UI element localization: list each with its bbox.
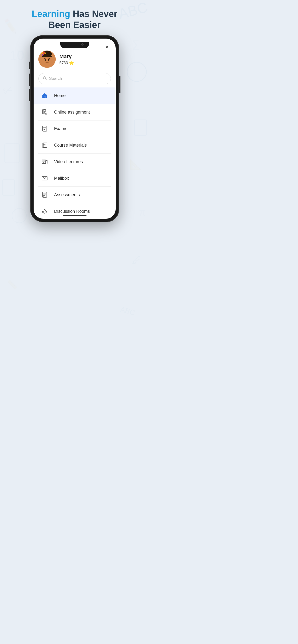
- menu-list: Home Online assignment Exams Course Mate…: [34, 88, 116, 219]
- menu-label-discussion-rooms: Discussion Rooms: [54, 209, 90, 214]
- svg-rect-12: [3, 180, 14, 195]
- menu-item-discussion-rooms[interactable]: Discussion Rooms: [34, 203, 116, 219]
- menu-item-exams[interactable]: Exams: [34, 120, 116, 137]
- search-placeholder[interactable]: Search: [49, 76, 62, 81]
- svg-text:π: π: [139, 207, 146, 218]
- phone-frame: ×: [30, 35, 119, 222]
- search-bar[interactable]: Search: [38, 73, 111, 84]
- svg-point-22: [44, 52, 46, 54]
- svg-point-27: [45, 59, 46, 60]
- svg-point-5: [12, 208, 26, 223]
- svg-point-23: [42, 54, 43, 56]
- exams-icon: [40, 124, 49, 133]
- svg-line-68: [45, 211, 46, 212]
- svg-point-25: [45, 59, 46, 60]
- svg-rect-3: [5, 144, 19, 163]
- menu-label-exams: Exams: [54, 126, 67, 131]
- menu-item-video-lectures[interactable]: Video Lectures: [34, 154, 116, 170]
- svg-point-71: [44, 213, 45, 214]
- svg-point-2: [127, 62, 146, 82]
- svg-line-67: [43, 211, 44, 212]
- phone-screen: ×: [34, 38, 116, 219]
- svg-point-20: [41, 52, 43, 54]
- materials-icon: [40, 141, 49, 150]
- discussion-icon: [40, 207, 49, 216]
- profile-stars: 5733 ⭐: [60, 60, 74, 65]
- menu-item-mailbox[interactable]: Mailbox: [34, 170, 116, 186]
- video-icon: [40, 158, 49, 166]
- avatar: [38, 50, 56, 68]
- svg-text:🖊: 🖊: [132, 255, 141, 266]
- menu-label-video-lectures: Video Lectures: [54, 159, 83, 164]
- svg-line-33: [45, 79, 46, 80]
- assignment-icon: [40, 108, 49, 116]
- svg-rect-54: [42, 160, 46, 161]
- heading-area: Learning Has Never Been Easier: [32, 0, 117, 35]
- svg-point-29: [47, 60, 48, 61]
- close-button[interactable]: ×: [103, 43, 111, 51]
- svg-rect-31: [42, 56, 52, 57]
- home-indicator: [63, 216, 87, 216]
- svg-point-28: [49, 59, 49, 60]
- volume-up-button: [29, 74, 30, 86]
- menu-label-mailbox: Mailbox: [54, 176, 69, 181]
- svg-text:ABC: ABC: [119, 305, 136, 317]
- heading-highlight: Learning: [32, 9, 70, 19]
- svg-rect-30: [46, 64, 49, 68]
- svg-marker-56: [46, 160, 47, 164]
- profile-name: Mary: [60, 54, 74, 60]
- svg-rect-10: [134, 120, 146, 135]
- menu-item-online-assignment[interactable]: Online assignment: [34, 104, 116, 120]
- svg-point-55: [43, 162, 44, 163]
- svg-text:📏: 📏: [7, 280, 18, 290]
- svg-text:∑: ∑: [132, 38, 140, 50]
- main-heading: Learning Has Never Been Easier: [32, 8, 117, 30]
- volume-down-button: [29, 89, 30, 101]
- camera: [81, 43, 84, 46]
- svg-text:📐: 📐: [129, 158, 141, 170]
- svg-text:ABC: ABC: [117, 0, 149, 22]
- menu-item-course-materials[interactable]: Course Materials: [34, 137, 116, 153]
- menu-label-course-materials: Course Materials: [54, 143, 87, 148]
- menu-item-home[interactable]: Home: [34, 88, 116, 104]
- svg-text:✏️: ✏️: [2, 18, 19, 34]
- search-icon: [43, 76, 47, 81]
- svg-point-26: [48, 59, 49, 60]
- menu-item-assessments[interactable]: Assessments: [34, 187, 116, 203]
- menu-label-assessments: Assessments: [54, 192, 80, 198]
- power-button: [119, 76, 120, 93]
- assess-icon: [40, 190, 49, 199]
- svg-rect-44: [43, 126, 47, 131]
- mail-icon: [40, 174, 49, 182]
- svg-rect-34: [44, 96, 45, 98]
- home-icon: [40, 91, 49, 100]
- phone-notch: [60, 42, 89, 48]
- svg-rect-36: [43, 110, 43, 114]
- svg-text:✂: ✂: [1, 82, 15, 98]
- svg-text:10: 10: [10, 48, 24, 63]
- screen-content: Mary 5733 ⭐ Search Home: [34, 38, 116, 219]
- menu-label-home: Home: [54, 93, 66, 98]
- silent-button: [29, 62, 30, 69]
- menu-label-online-assignment: Online assignment: [54, 110, 90, 115]
- profile-info: Mary 5733 ⭐: [60, 54, 74, 65]
